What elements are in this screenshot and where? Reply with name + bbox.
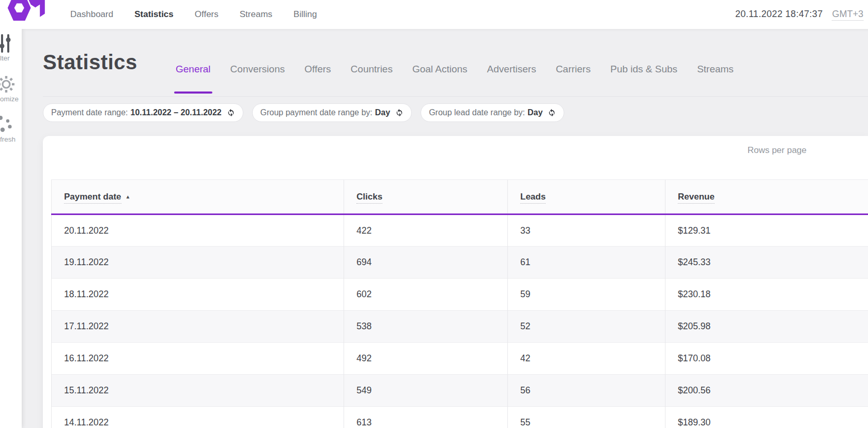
cell-revenue: $200.56: [665, 375, 868, 407]
nav-item-dashboard[interactable]: Dashboard: [70, 9, 113, 20]
filter-chip-value: Day: [528, 108, 542, 117]
refresh-icon[interactable]: [548, 109, 556, 117]
cell-leads: 55: [508, 407, 665, 428]
filter-chips-row: Payment date range:10.11.2022 – 20.11.20…: [43, 103, 868, 122]
refresh-icon[interactable]: [395, 109, 404, 117]
tab-offers[interactable]: Offers: [304, 64, 331, 75]
cell-revenue: $245.33: [665, 247, 868, 279]
column-header-payment-date[interactable]: Payment date▲: [52, 180, 344, 215]
page-header: Statistics GeneralConversionsOffersCount…: [43, 29, 868, 97]
top-bar: DashboardStatisticsOffersStreamsBilling …: [0, 0, 868, 29]
table-row: 15.11.202254956$200.56: [52, 375, 868, 407]
filter-chip-label: Payment date range:: [51, 108, 128, 117]
cell-clicks: 538: [344, 311, 508, 343]
refresh-icon[interactable]: [227, 109, 235, 117]
column-header-revenue[interactable]: Revenue: [665, 180, 868, 215]
sidebar-item-label: fresh: [0, 136, 16, 143]
column-header-label: Payment date: [64, 192, 121, 204]
column-header-clicks[interactable]: Clicks: [344, 180, 508, 215]
column-header-leads[interactable]: Leads: [508, 180, 665, 215]
tab-conversions[interactable]: Conversions: [230, 64, 285, 75]
filter-chip-value: 10.11.2022 – 20.11.2022: [131, 108, 222, 117]
cell-leads: 59: [508, 279, 665, 311]
cell-revenue: $230.18: [665, 279, 868, 311]
table-header-row: Payment date▲ClicksLeadsRevenue: [52, 180, 868, 215]
cell-payment-date: 18.11.2022: [52, 279, 344, 311]
cell-revenue: $189.30: [665, 407, 868, 428]
tab-carriers[interactable]: Carriers: [556, 64, 591, 75]
cell-payment-date: 19.11.2022: [52, 247, 344, 279]
table-row: 14.11.202261355$189.30: [52, 407, 868, 428]
cell-revenue: $170.08: [665, 343, 868, 375]
rows-per-page-label: Rows per page: [43, 145, 868, 156]
main-nav: DashboardStatisticsOffersStreamsBilling: [70, 9, 317, 20]
cell-clicks: 492: [344, 343, 508, 375]
cell-payment-date: 16.11.2022: [52, 343, 344, 375]
tab-countries[interactable]: Countries: [351, 64, 393, 75]
filter-chip-payment-date-range[interactable]: Payment date range:10.11.2022 – 20.11.20…: [43, 103, 243, 122]
cell-leads: 33: [508, 215, 665, 247]
refresh-dots-icon: [0, 114, 14, 135]
main-content: Statistics GeneralConversionsOffersCount…: [22, 29, 868, 428]
filter-chip-value: Day: [375, 108, 390, 117]
nav-item-offers[interactable]: Offers: [195, 9, 219, 20]
cell-revenue: $205.98: [665, 311, 868, 343]
sort-asc-icon: ▲: [126, 194, 131, 200]
cell-payment-date: 14.11.2022: [52, 407, 344, 428]
cell-leads: 56: [508, 375, 665, 407]
tools-sidebar: lteromizefresh: [0, 29, 22, 428]
table-row: 16.11.202249242$170.08: [52, 343, 868, 375]
column-header-label: Leads: [520, 192, 546, 204]
cell-clicks: 549: [344, 375, 508, 407]
sidebar-item-label: omize: [0, 96, 19, 103]
statistics-card: Rows per page Payment date▲ClicksLeadsRe…: [43, 136, 868, 428]
tab-advertisers[interactable]: Advertisers: [487, 64, 536, 75]
tab-streams[interactable]: Streams: [697, 64, 734, 75]
cell-leads: 52: [508, 311, 665, 343]
table-row: 19.11.202269461$245.33: [52, 247, 868, 279]
tab-general[interactable]: General: [176, 64, 211, 75]
filter-chip-label: Group lead date range by:: [429, 108, 525, 117]
tab-pub-ids-subs[interactable]: Pub ids & Subs: [610, 64, 677, 75]
filter-chip-group-payment-date-range-by[interactable]: Group payment date range by:Day: [252, 103, 412, 122]
timezone-selector[interactable]: GMT+3: [832, 9, 863, 21]
cell-leads: 42: [508, 343, 665, 375]
nav-item-billing[interactable]: Billing: [293, 9, 317, 20]
sidebar-item-gear[interactable]: omize: [0, 74, 22, 103]
tab-goal-actions[interactable]: Goal Actions: [412, 64, 468, 75]
gear-icon: [0, 74, 17, 95]
statistics-tabs: GeneralConversionsOffersCountriesGoal Ac…: [176, 64, 734, 75]
filter-chip-label: Group payment date range by:: [260, 108, 373, 117]
column-header-label: Clicks: [357, 192, 382, 204]
column-header-label: Revenue: [678, 192, 715, 204]
cell-payment-date: 20.11.2022: [52, 215, 344, 247]
cell-clicks: 694: [344, 247, 508, 279]
cell-clicks: 613: [344, 407, 508, 428]
nav-item-statistics[interactable]: Statistics: [134, 9, 174, 20]
brand-logo[interactable]: [4, 0, 48, 29]
cell-leads: 61: [508, 247, 665, 279]
cell-payment-date: 15.11.2022: [52, 375, 344, 407]
sidebar-item-refresh-dots[interactable]: fresh: [0, 114, 22, 143]
topbar-right: 20.11.2022 18:47:37 GMT+3: [735, 9, 868, 21]
cell-payment-date: 17.11.2022: [52, 311, 344, 343]
logo-icon: [5, 0, 47, 24]
filter-chip-group-lead-date-range-by[interactable]: Group lead date range by:Day: [421, 103, 564, 122]
cell-clicks: 602: [344, 279, 508, 311]
statistics-table: Payment date▲ClicksLeadsRevenue 20.11.20…: [51, 179, 868, 428]
table-row: 20.11.202242233$129.31: [52, 215, 868, 247]
table-row: 18.11.202260259$230.18: [52, 279, 868, 311]
nav-item-streams[interactable]: Streams: [240, 9, 272, 20]
sidebar-item-label: lter: [0, 55, 10, 62]
cell-clicks: 422: [344, 215, 508, 247]
current-datetime: 20.11.2022 18:47:37: [735, 9, 823, 20]
table-row: 17.11.202253852$205.98: [52, 311, 868, 343]
filter-icon: [0, 33, 13, 54]
cell-revenue: $129.31: [665, 215, 868, 247]
sidebar-item-filter[interactable]: lter: [0, 33, 22, 62]
page-title: Statistics: [43, 52, 137, 72]
